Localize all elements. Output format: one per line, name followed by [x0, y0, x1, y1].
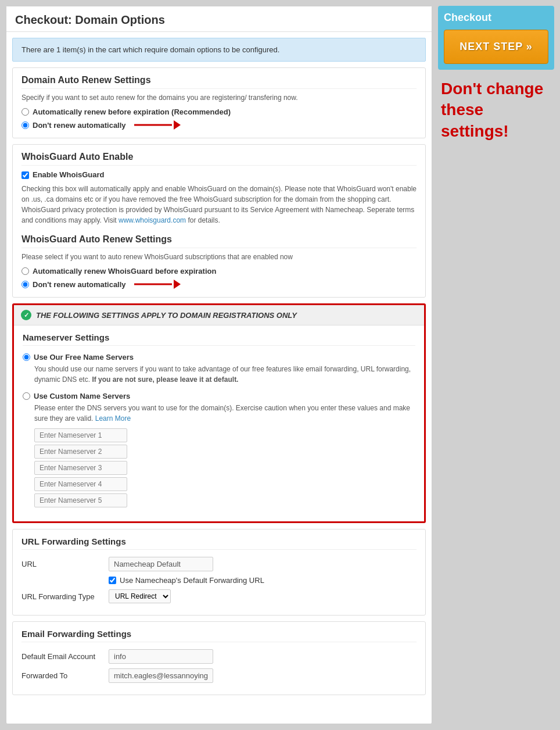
- ns-free-desc: You should use our name servers if you w…: [34, 364, 415, 385]
- wg-autorenew-label-1: Automatically renew WhoisGuard before ex…: [33, 267, 216, 275]
- green-check-icon: [21, 310, 31, 320]
- url-type-select[interactable]: URL Redirect URL Frame 301 Redirect: [109, 589, 171, 603]
- ns-free-label-text: Use Our Free Name Servers: [34, 353, 134, 362]
- url-label: URL: [21, 560, 103, 568]
- auto-renew-title: Domain Auto Renew Settings: [21, 75, 417, 89]
- whoisguard-autorenew-option-2[interactable]: Don't renew automatically: [21, 280, 126, 289]
- ns-radio-custom[interactable]: [23, 392, 30, 400]
- url-type-label: URL Forwarding Type: [21, 592, 103, 601]
- url-forwarding-title: URL Forwarding Settings: [21, 536, 417, 550]
- url-type-row: URL Forwarding Type URL Redirect URL Fra…: [21, 589, 417, 603]
- whoisguard-enable-row: Enable WhoisGuard: [21, 170, 417, 179]
- whoisguard-autorenew: WhoisGuard Auto Renew Settings Please se…: [21, 234, 417, 290]
- info-banner: There are 1 item(s) in the cart which re…: [12, 38, 426, 62]
- ns-free-bold: If you are not sure, please leave it at …: [92, 375, 238, 384]
- auto-renew-option-2-row: Don't renew automatically: [21, 119, 417, 131]
- ns-option-custom: Use Custom Name Servers Please enter the…: [23, 392, 415, 507]
- sidebar: Checkout NEXT STEP » Don't change these …: [438, 6, 554, 724]
- wg-autorenew-label-2: Don't renew automatically: [33, 280, 126, 289]
- ns-input-3[interactable]: [34, 461, 127, 475]
- auto-renew-radio-2[interactable]: [21, 121, 29, 129]
- auto-renew-label-2: Don't renew automatically: [33, 121, 126, 130]
- ns-inputs-container: [34, 428, 415, 507]
- next-step-button[interactable]: NEXT STEP »: [444, 30, 548, 64]
- whoisguard-checkbox[interactable]: [21, 171, 29, 179]
- auto-renew-desc: Specify if you want to set auto renew fo…: [21, 94, 417, 102]
- ns-custom-label-text: Use Custom Name Servers: [34, 392, 130, 400]
- whoisguard-section: WhoisGuard Auto Enable Enable WhoisGuard…: [12, 144, 426, 298]
- url-default-checkbox[interactable]: [109, 577, 116, 584]
- ns-learn-more-link[interactable]: Learn More: [95, 414, 131, 423]
- nameserver-header-text: THE FOLLOWING SETTINGS APPLY TO DOMAIN R…: [36, 311, 297, 320]
- dont-change-text: Don't change these settings!: [438, 76, 554, 145]
- auto-renew-option-1[interactable]: Automatically renew before expiration (R…: [21, 108, 417, 116]
- email-forwarded-label: Forwarded To: [21, 671, 103, 680]
- url-input[interactable]: [109, 557, 213, 571]
- nameserver-title: Nameserver Settings: [23, 332, 415, 346]
- ns-option-free-label[interactable]: Use Our Free Name Servers: [23, 353, 415, 362]
- ns-radio-free[interactable]: [23, 353, 30, 361]
- whoisguard-desc: Checking this box will automatically app…: [21, 184, 417, 226]
- checkout-box: Checkout NEXT STEP »: [438, 6, 554, 70]
- ns-option-free: Use Our Free Name Servers You should use…: [23, 353, 415, 385]
- nameserver-header: THE FOLLOWING SETTINGS APPLY TO DOMAIN R…: [14, 305, 424, 325]
- auto-renew-options: Automatically renew before expiration (R…: [21, 108, 417, 131]
- wg-autorenew-radio-1[interactable]: [21, 267, 29, 275]
- whoisguard-enable-label[interactable]: Enable WhoisGuard: [33, 170, 105, 179]
- auto-renew-section: Domain Auto Renew Settings Specify if yo…: [12, 67, 426, 138]
- ns-option-custom-label[interactable]: Use Custom Name Servers: [23, 392, 415, 400]
- url-forwarding-section: URL Forwarding Settings URL Use Namechea…: [12, 529, 426, 616]
- email-forwarded-row: Forwarded To: [21, 668, 417, 683]
- ns-custom-desc: Please enter the DNS servers you want to…: [34, 403, 415, 424]
- nameserver-highlighted-section: THE FOLLOWING SETTINGS APPLY TO DOMAIN R…: [12, 303, 426, 523]
- url-default-checkbox-row: Use Namecheap's Default Forwarding URL: [109, 576, 417, 585]
- auto-renew-label-1: Automatically renew before expiration (R…: [33, 108, 231, 116]
- wg-autorenew-radio-2[interactable]: [21, 281, 29, 288]
- url-field-row: URL: [21, 557, 417, 571]
- auto-renew-arrow: [134, 119, 181, 131]
- email-forwarding-section: Email Forwarding Settings Default Email …: [12, 621, 426, 695]
- auto-renew-option-2[interactable]: Don't renew automatically: [21, 121, 126, 130]
- email-forwarded-input[interactable]: [109, 668, 213, 683]
- whoisguard-autorenew-desc: Please select if you want to auto renew …: [21, 253, 417, 261]
- ns-input-1[interactable]: [34, 428, 127, 442]
- email-account-input[interactable]: [109, 649, 213, 664]
- ns-input-5[interactable]: [34, 493, 127, 507]
- whoisguard-autorenew-option-2-row: Don't renew automatically: [21, 278, 417, 290]
- whoisguard-autorenew-options: Automatically renew WhoisGuard before ex…: [21, 267, 417, 290]
- whoisguard-autorenew-title: WhoisGuard Auto Renew Settings: [21, 234, 417, 248]
- email-forwarding-title: Email Forwarding Settings: [21, 629, 417, 642]
- whoisguard-link[interactable]: www.whoisguard.com: [119, 216, 186, 224]
- url-default-label[interactable]: Use Namecheap's Default Forwarding URL: [120, 576, 264, 585]
- page-title: Checkout: Domain Options: [6, 6, 432, 32]
- checkout-box-title: Checkout: [444, 12, 548, 24]
- ns-input-4[interactable]: [34, 477, 127, 491]
- email-account-label: Default Email Account: [21, 652, 103, 661]
- email-account-row: Default Email Account: [21, 649, 417, 664]
- whoisguard-autorenew-option-1[interactable]: Automatically renew WhoisGuard before ex…: [21, 267, 417, 275]
- ns-input-2[interactable]: [34, 445, 127, 459]
- wg-autorenew-arrow: [134, 278, 181, 290]
- auto-renew-radio-1[interactable]: [21, 108, 29, 116]
- whoisguard-title: WhoisGuard Auto Enable: [21, 152, 417, 166]
- nameserver-body: Nameserver Settings Use Our Free Name Se…: [14, 325, 424, 521]
